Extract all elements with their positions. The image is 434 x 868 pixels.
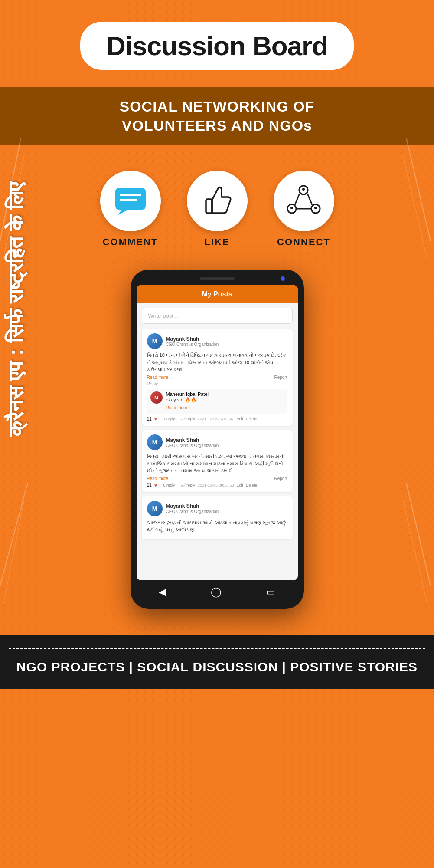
post-2-author-row: M Mayank Shah CEO Crannus Organization (147, 434, 287, 450)
post-1-stats: 11 ♥ | 1 reply | All reply 2021-10-05 13… (147, 416, 287, 421)
comment-icon-circle (100, 171, 161, 231)
subtitle-banner: SOCIAL NETWORKING OF VOLUNTEERS AND NGOs (0, 87, 434, 145)
post-1-text: મિત્રો 10 લાખ લોકોને ડિજિટલ માનવ સાંકળ બ… (147, 352, 287, 373)
post-1-report[interactable]: Report (274, 375, 287, 380)
title-box: Discussion Board (80, 22, 354, 70)
connect-icon (285, 185, 322, 217)
comment-author: Maherun Iqbal Patel (166, 391, 209, 397)
title-section: Discussion Board (0, 0, 434, 83)
screen-header: My Posts (137, 285, 298, 303)
like-icon (200, 185, 235, 217)
comment-label: COMMENT (103, 237, 158, 248)
comment-text: okay sir..🔥🔥 (166, 397, 209, 403)
post-2-stats: 11 ♥ | 0 reply | All reply 2021-10-05 08… (147, 483, 287, 488)
heart-icon-2: ♥ (154, 483, 157, 488)
phone-camera (281, 276, 285, 281)
svg-marker-11 (117, 210, 128, 215)
post-2-report[interactable]: Report (274, 476, 287, 481)
post-3-author-row: M Mayank Shah CEO Crannus Organization (147, 501, 287, 516)
like-icon-circle (187, 171, 248, 231)
comment-feature: COMMENT (100, 171, 161, 248)
page-title: Discussion Board (106, 31, 328, 61)
screen-header-title: My Posts (202, 290, 232, 298)
icons-section: COMMENT LIKE (0, 149, 434, 256)
post-item-1: M Mayank Shah CEO Crannus Organization મ… (142, 329, 293, 426)
post-2-read-more[interactable]: Read more... (147, 476, 172, 481)
like-feature: LIKE (187, 171, 248, 248)
recents-nav-icon[interactable]: ▭ (266, 586, 275, 598)
hindi-vertical-text: क्रैनस एप : सिर्फ राष्ट्रहित के लिए (4, 182, 27, 437)
post-1-reply-link[interactable]: Reply (147, 381, 287, 386)
back-nav-icon[interactable]: ◀ (159, 586, 166, 598)
post-item-3: M Mayank Shah CEO Crannus Organization આ… (142, 496, 293, 539)
post-2-author-title: CEO Crannus Organization (166, 443, 219, 448)
svg-rect-9 (120, 194, 141, 196)
post-item-2: M Mayank Shah CEO Crannus Organization મ… (142, 430, 293, 492)
comment-avatar: M (150, 391, 163, 404)
home-nav-icon[interactable]: ◯ (211, 586, 222, 598)
post-1-read-more[interactable]: Read more... (147, 375, 172, 380)
phone-section: My Posts Write post... M (0, 256, 434, 626)
screen-content: Write post... M Mayank Shah CEO Crannus … (137, 303, 298, 548)
svg-line-17 (307, 194, 312, 205)
post-1-comment: M Maherun Iqbal Patel okay sir..🔥🔥 Read … (147, 389, 287, 414)
subtitle-text: SOCIAL NETWORKING OF VOLUNTEERS AND NGOs (17, 97, 417, 135)
footer-section: NGO PROJECTS | SOCIAL DISCUSSION | POSIT… (0, 635, 434, 689)
phone-bottom-bar: ◀ ◯ ▭ (137, 580, 298, 601)
post-3-author-title: CEO Crannus Organization (166, 509, 219, 514)
post-2-text: મિત્રો તમારી આસપાસ બનતી સારી ઘટનાઓ અથવા … (147, 453, 287, 474)
post-1-avatar: M (147, 333, 163, 349)
post-1-author-row: M Mayank Shah CEO Crannus Organization (147, 333, 287, 349)
post-2-avatar: M (147, 434, 163, 450)
write-post-input[interactable]: Write post... (142, 308, 293, 324)
phone-speaker (200, 277, 235, 280)
connect-icon-circle (274, 171, 334, 231)
post-3-text: આજકાલ ઝ઼ાડ઼ ની આસપાસ આવો ઓટલો બનાવવાનું … (147, 519, 287, 533)
comment-icon (113, 186, 148, 216)
post-3-avatar: M (147, 501, 163, 516)
comment-read-more[interactable]: Read more... (166, 405, 191, 410)
like-label: LIKE (204, 237, 229, 248)
post-2-author-name: Mayank Shah (166, 437, 219, 443)
connect-feature: CONNECT (274, 171, 334, 248)
footer-divider (9, 648, 425, 649)
connect-label: CONNECT (277, 237, 330, 248)
footer-text: NGO PROJECTS | SOCIAL DISCUSSION | POSIT… (9, 658, 425, 676)
svg-rect-12 (206, 199, 212, 213)
phone-notch (137, 277, 298, 280)
svg-line-16 (295, 194, 300, 205)
post-3-author-name: Mayank Shah (166, 503, 219, 509)
svg-point-21 (314, 207, 317, 209)
phone-screen: My Posts Write post... M (137, 285, 298, 580)
post-1-author-title: CEO Crannus Organization (166, 342, 219, 347)
svg-point-19 (302, 188, 305, 191)
svg-point-20 (290, 207, 293, 209)
phone-mockup: My Posts Write post... M (131, 270, 304, 609)
svg-rect-10 (120, 199, 137, 201)
post-1-author-name: Mayank Shah (166, 336, 219, 342)
heart-icon: ♥ (154, 416, 157, 421)
